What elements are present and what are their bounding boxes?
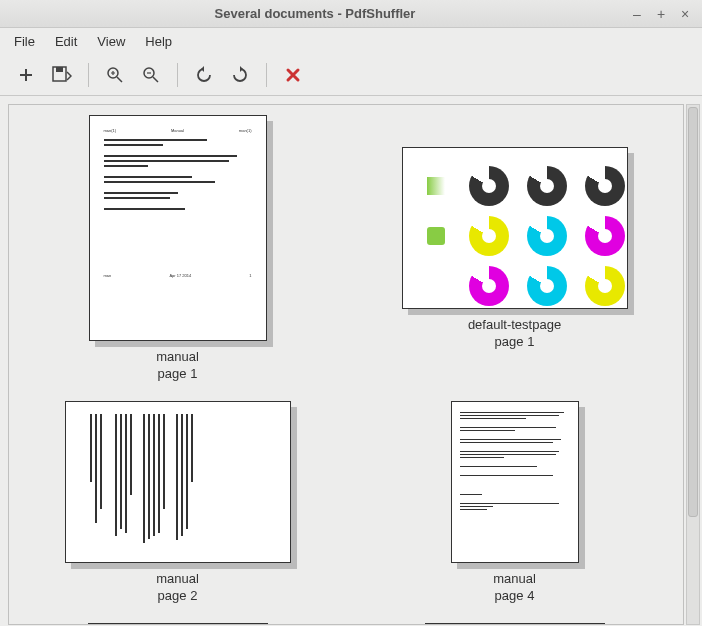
- pie-icon: [585, 166, 625, 206]
- toolbar: [0, 54, 702, 96]
- page-image: [402, 147, 628, 309]
- thumbnail-view[interactable]: man(1)Manualman(1) manApr 17 20141: [8, 104, 684, 625]
- scrollbar-thumb[interactable]: [688, 107, 698, 517]
- titlebar: Several documents - PdfShuffler – + ×: [0, 0, 702, 28]
- page-thumbnail[interactable]: default-testpage page 1: [346, 105, 683, 391]
- pie-icon: [469, 166, 509, 206]
- doc-name: manual: [493, 571, 536, 588]
- doc-name: manual: [156, 349, 199, 366]
- pie-icon: [527, 266, 567, 306]
- save-icon: [52, 66, 72, 84]
- add-button[interactable]: [10, 59, 42, 91]
- rotate-left-button[interactable]: [188, 59, 220, 91]
- page-number: page 1: [156, 366, 199, 383]
- thumbnail-label: manual page 1: [156, 349, 199, 383]
- pie-icon: [469, 216, 509, 256]
- rotate-right-icon: [231, 66, 249, 84]
- doc-name: manual: [156, 571, 199, 588]
- page-image: [451, 401, 579, 563]
- page-number: page 2: [156, 588, 199, 605]
- page-thumbnail[interactable]: [425, 623, 605, 625]
- thumbnail-label: manual page 2: [156, 571, 199, 605]
- zoom-out-icon: [142, 66, 160, 84]
- delete-button[interactable]: [277, 59, 309, 91]
- page-image: man(1)Manualman(1) manApr 17 20141: [89, 115, 267, 341]
- pie-icon: [585, 216, 625, 256]
- zoom-in-button[interactable]: [99, 59, 131, 91]
- menu-edit[interactable]: Edit: [45, 30, 87, 53]
- thumbnail-label: manual page 4: [493, 571, 536, 605]
- save-as-button[interactable]: [46, 59, 78, 91]
- logo-icon: [427, 177, 445, 195]
- rotate-left-icon: [195, 66, 213, 84]
- toolbar-separator: [177, 63, 178, 87]
- minimize-button[interactable]: –: [628, 5, 646, 23]
- page-thumbnail[interactable]: manual page 4: [346, 391, 683, 613]
- menubar: File Edit View Help: [0, 28, 702, 54]
- page-number: page 1: [468, 334, 561, 351]
- page-thumbnail[interactable]: [88, 623, 268, 625]
- doc-name: default-testpage: [468, 317, 561, 334]
- close-button[interactable]: ×: [676, 5, 694, 23]
- logo-icon: [427, 227, 445, 245]
- pie-icon: [527, 216, 567, 256]
- menu-help[interactable]: Help: [135, 30, 182, 53]
- pie-icon: [585, 266, 625, 306]
- page-thumbnail[interactable]: manual page 2: [9, 391, 346, 613]
- window-title: Several documents - PdfShuffler: [8, 6, 622, 21]
- maximize-button[interactable]: +: [652, 5, 670, 23]
- zoom-in-icon: [106, 66, 124, 84]
- zoom-out-button[interactable]: [135, 59, 167, 91]
- toolbar-separator: [88, 63, 89, 87]
- plus-icon: [18, 67, 34, 83]
- menu-file[interactable]: File: [4, 30, 45, 53]
- delete-x-icon: [285, 67, 301, 83]
- page-thumbnail[interactable]: man(1)Manualman(1) manApr 17 20141: [9, 105, 346, 391]
- toolbar-separator: [266, 63, 267, 87]
- page-number: page 4: [493, 588, 536, 605]
- content-area: man(1)Manualman(1) manApr 17 20141: [0, 96, 702, 626]
- vertical-scrollbar[interactable]: [686, 104, 700, 625]
- thumbnail-label: default-testpage page 1: [468, 317, 561, 351]
- pie-icon: [527, 166, 567, 206]
- page-image: [65, 401, 291, 563]
- rotate-right-button[interactable]: [224, 59, 256, 91]
- pie-icon: [469, 266, 509, 306]
- svg-rect-1: [56, 67, 63, 72]
- menu-view[interactable]: View: [87, 30, 135, 53]
